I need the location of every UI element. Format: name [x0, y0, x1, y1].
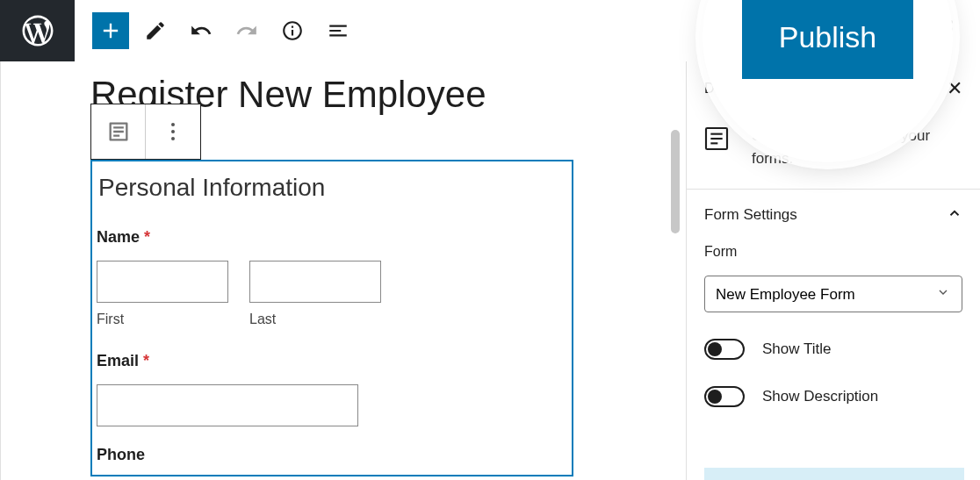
form-icon: [703, 125, 731, 153]
last-name-input[interactable]: [249, 261, 381, 303]
last-sublabel: Last: [249, 312, 381, 327]
info-strip: [704, 468, 964, 480]
phone-label: Phone: [97, 446, 567, 464]
panel-title: Form Settings: [704, 206, 797, 224]
toolbar-left: [75, 11, 357, 50]
form-select-input[interactable]: New Employee Form: [704, 276, 962, 312]
block-type-button[interactable]: [91, 104, 146, 159]
show-title-toggle[interactable]: [704, 339, 745, 360]
scrollbar-thumb[interactable]: [671, 130, 680, 233]
outline-button[interactable]: [319, 11, 357, 50]
form-section-title: Personal Information: [97, 174, 567, 202]
pencil-icon: [144, 19, 167, 42]
undo-icon: [190, 19, 213, 42]
show-description-label: Show Description: [762, 388, 878, 405]
plus-icon: [98, 18, 123, 43]
wordpress-icon: [19, 12, 56, 49]
email-label: Email *: [97, 352, 567, 370]
list-icon: [327, 19, 349, 42]
edit-mode-button[interactable]: [136, 11, 175, 50]
editor-canvas: Register New Employee Personal Informati…: [0, 61, 686, 480]
publish-button[interactable]: Publish: [742, 0, 914, 79]
form-select-label: Form: [704, 244, 962, 260]
kebab-icon: [171, 123, 175, 140]
block-icon: [703, 125, 736, 158]
panel-header[interactable]: Form Settings: [687, 190, 980, 240]
show-title-toggle-row: Show Title: [704, 328, 962, 360]
show-title-label: Show Title: [762, 340, 831, 358]
first-sublabel: First: [97, 312, 228, 327]
form-block[interactable]: Personal Information Name * First Last E…: [90, 160, 573, 476]
name-label: Name *: [97, 228, 567, 247]
first-name-input[interactable]: [97, 261, 228, 303]
redo-button[interactable]: [227, 11, 266, 50]
show-description-toggle-row: Show Description: [704, 376, 962, 407]
form-select[interactable]: New Employee Form: [704, 276, 962, 312]
add-block-button[interactable]: [92, 12, 129, 49]
info-icon: [281, 19, 304, 42]
chevron-up-icon: [947, 205, 962, 225]
show-description-toggle[interactable]: [704, 386, 745, 407]
info-button[interactable]: [273, 11, 312, 50]
email-input[interactable]: [97, 384, 358, 426]
close-sidebar-button[interactable]: ✕: [947, 77, 962, 100]
form-settings-panel: Form Settings Form New Employee Form Sho…: [687, 189, 980, 425]
block-more-button[interactable]: [146, 104, 200, 159]
redo-icon: [235, 19, 258, 42]
wordpress-logo[interactable]: [0, 0, 75, 61]
undo-button[interactable]: [182, 11, 220, 50]
form-icon: [106, 119, 131, 144]
block-toolbar: [90, 104, 201, 160]
